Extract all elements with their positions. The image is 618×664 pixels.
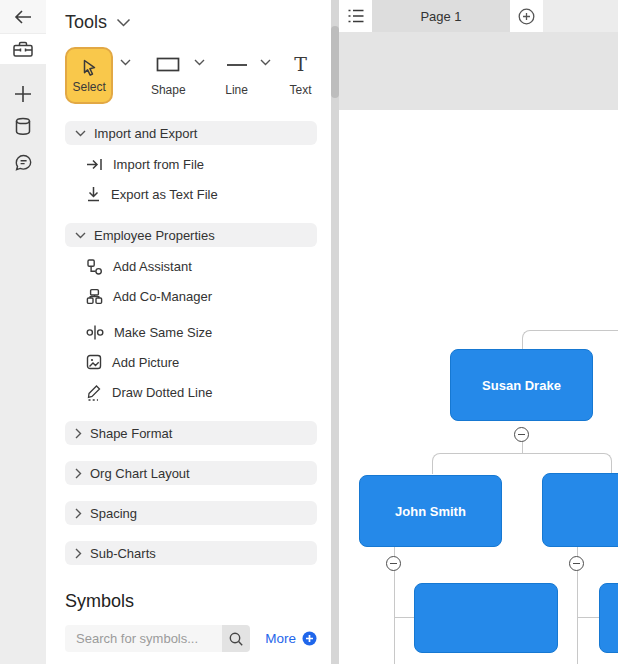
comments-panel-button[interactable] — [0, 146, 46, 180]
page-tab-bar: Page 1 — [339, 0, 618, 32]
co-manager-icon — [86, 288, 103, 305]
symbols-more-link[interactable]: More — [265, 631, 317, 646]
section-label: Spacing — [90, 506, 137, 521]
chevron-right-icon — [75, 428, 82, 439]
panel-title-label: Tools — [65, 12, 107, 33]
section-import-and-export[interactable]: Import and Export — [65, 121, 317, 145]
org-node-label: John Smith — [395, 504, 466, 519]
section-label: Employee Properties — [94, 228, 215, 243]
connector-line — [577, 547, 578, 556]
connector-line — [522, 442, 523, 453]
shape-dropdown-chevron-icon[interactable] — [194, 59, 205, 66]
select-tool-label: Select — [72, 80, 105, 94]
section-sub-charts[interactable]: Sub-Charts — [65, 541, 317, 565]
connector-line — [577, 617, 599, 618]
text-tool-label: Text — [289, 83, 311, 97]
chevron-right-icon — [75, 508, 82, 519]
section-label: Sub-Charts — [90, 546, 156, 561]
connector-line — [394, 547, 395, 556]
canvas-area[interactable]: Susan Drake John Smith Page 1 — [339, 0, 618, 664]
text-tool-button[interactable]: T Text — [284, 47, 317, 97]
org-node-susan-drake[interactable]: Susan Drake — [450, 349, 593, 421]
menu-item-label: Draw Dotted Line — [112, 385, 212, 400]
page-list-icon — [347, 8, 365, 24]
text-icon: T — [294, 57, 307, 72]
section-label: Org Chart Layout — [90, 466, 190, 481]
app-rail — [0, 0, 46, 664]
menu-item-add-co-manager[interactable]: Add Co-Manager — [65, 281, 317, 311]
plus-circle-outline-icon — [518, 8, 535, 25]
collapse-branch-button[interactable] — [514, 427, 529, 442]
back-arrow-icon — [13, 9, 33, 25]
menu-item-label: Add Co-Manager — [113, 289, 212, 304]
assistant-icon — [86, 258, 103, 275]
connector-line — [394, 617, 414, 618]
menu-item-export-as-text-file[interactable]: Export as Text File — [65, 179, 317, 209]
plus-icon — [13, 84, 33, 104]
add-panel-button[interactable] — [0, 77, 46, 111]
menu-item-add-assistant[interactable]: Add Assistant — [65, 251, 317, 281]
dotted-line-icon — [86, 384, 102, 401]
line-tool-button[interactable]: Line — [219, 47, 254, 97]
menu-item-label: Make Same Size — [114, 325, 212, 340]
panel-scrollbar-thumb[interactable] — [331, 26, 339, 98]
chevron-down-icon — [75, 232, 86, 239]
spacer — [65, 409, 317, 421]
line-tool-label: Line — [225, 83, 248, 97]
section-spacing[interactable]: Spacing — [65, 501, 317, 525]
same-size-icon — [86, 324, 104, 341]
menu-item-import-from-file[interactable]: Import from File — [65, 149, 317, 179]
cursor-icon — [80, 58, 98, 77]
back-button[interactable] — [0, 0, 46, 33]
symbols-search-input[interactable] — [65, 625, 222, 652]
menu-item-label: Import from File — [113, 157, 204, 172]
tab-label: Page 1 — [420, 9, 461, 24]
line-icon — [226, 57, 248, 72]
section-label: Import and Export — [94, 126, 197, 141]
select-dropdown-chevron-icon[interactable] — [120, 59, 131, 66]
section-items: Add Assistant Add Co-Manager — [65, 247, 317, 409]
tools-panel: Tools Select Shape — [46, 0, 331, 664]
select-tool-button[interactable]: Select — [65, 47, 113, 104]
page-list-button[interactable] — [339, 0, 372, 32]
panel-scrollbar[interactable] — [331, 0, 339, 664]
tools-toolbar: Select Shape Line T Text — [65, 47, 317, 107]
shape-tool-button[interactable]: Shape — [148, 47, 188, 97]
chevron-right-icon — [75, 548, 82, 559]
org-node[interactable] — [599, 583, 618, 653]
spacer — [65, 211, 317, 223]
org-node-john-smith[interactable]: John Smith — [359, 475, 502, 547]
toolbox-panel-button[interactable] — [0, 34, 46, 64]
symbols-title: Symbols — [65, 591, 317, 612]
add-page-button[interactable] — [510, 0, 543, 32]
chat-icon — [13, 153, 34, 173]
org-node-label: Susan Drake — [482, 378, 561, 393]
collapse-branch-button[interactable] — [569, 556, 584, 571]
picture-icon — [86, 354, 102, 370]
section-org-chart-layout[interactable]: Org Chart Layout — [65, 461, 317, 485]
menu-item-label: Export as Text File — [111, 187, 218, 202]
org-node[interactable] — [414, 583, 558, 653]
tab-page-1[interactable]: Page 1 — [372, 0, 510, 32]
menu-item-add-picture[interactable]: Add Picture — [65, 347, 317, 377]
section-employee-properties[interactable]: Employee Properties — [65, 223, 317, 247]
line-dropdown-chevron-icon[interactable] — [260, 59, 271, 66]
symbols-search-row: More — [65, 625, 317, 652]
panel-title[interactable]: Tools — [65, 12, 317, 33]
menu-item-label: Add Picture — [112, 355, 179, 370]
section-items: Import from File Export as Text File — [65, 145, 317, 211]
collapse-branch-button[interactable] — [386, 556, 401, 571]
canvas-margin — [339, 32, 618, 110]
symbols-search-button[interactable] — [222, 625, 250, 652]
section-shape-format[interactable]: Shape Format — [65, 421, 317, 445]
chevron-down-icon — [75, 130, 86, 137]
connector-line — [432, 453, 612, 474]
connector-line — [522, 330, 618, 349]
shape-tool-label: Shape — [151, 83, 186, 97]
search-icon — [228, 631, 244, 647]
menu-item-make-same-size[interactable]: Make Same Size — [65, 317, 317, 347]
org-node[interactable] — [542, 473, 618, 547]
menu-item-label: Add Assistant — [113, 259, 192, 274]
menu-item-draw-dotted-line[interactable]: Draw Dotted Line — [65, 377, 317, 407]
data-panel-button[interactable] — [0, 109, 46, 143]
